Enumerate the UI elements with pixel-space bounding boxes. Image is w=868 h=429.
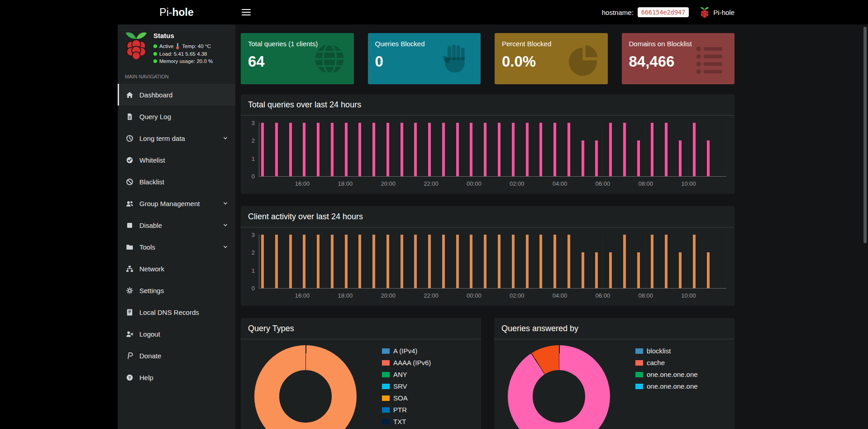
bar	[372, 235, 375, 288]
bar	[707, 140, 710, 176]
x-tick-label: 02:00	[510, 180, 525, 187]
sidebar-item-label: Settings	[139, 287, 164, 294]
clients-bar-chart[interactable]: 3210 16:0018:0020:0022:0000:0002:0004:00…	[246, 235, 726, 301]
bar	[401, 123, 403, 176]
sidebar-item-dashboard[interactable]: Dashboard	[118, 84, 235, 106]
bar	[331, 235, 334, 288]
legend-item[interactable]: PTR	[382, 406, 431, 414]
x-tick-label: 08:00	[638, 180, 653, 187]
x-axis: 16:0018:0020:0022:0000:0002:0004:0006:00…	[259, 288, 726, 300]
bar	[665, 235, 668, 288]
bar	[707, 252, 710, 288]
sidebar-toggle-button[interactable]	[242, 9, 251, 17]
legend-item[interactable]: blocklist	[635, 347, 698, 355]
legend-item[interactable]: SOA	[382, 394, 431, 402]
sidebar-item-whitelist[interactable]: Whitelist	[118, 149, 235, 171]
sidebar-item-blacklist[interactable]: Blacklist	[118, 171, 235, 193]
sidebar-item-help[interactable]: ? Help	[118, 366, 235, 388]
sidebar-menu: Dashboard Query Log Long term data White…	[118, 84, 235, 388]
bar	[358, 123, 361, 176]
gear-icon	[126, 287, 134, 294]
brand-logo-pre: Pi-	[159, 6, 172, 18]
bar	[553, 123, 556, 176]
summary-card-domains-on-blocklist[interactable]: Domains on Blocklist 84,466	[622, 33, 735, 84]
sidebar-item-tools[interactable]: Tools	[118, 236, 235, 258]
bar	[317, 235, 320, 288]
x-tick-label: 02:00	[510, 292, 525, 299]
x-tick-label: 06:00	[596, 180, 610, 187]
chevron-down-icon	[223, 222, 228, 228]
y-axis: 3210	[248, 123, 259, 176]
legend-item[interactable]: SRV	[382, 382, 431, 390]
status-panel: Status Active Temp: 40 °C Load: 5.41 5.6…	[118, 24, 235, 69]
bar	[693, 123, 696, 176]
bar	[401, 235, 403, 288]
summary-card-queries-blocked[interactable]: Queries Blocked 0	[368, 33, 481, 84]
sidebar-item-label: Long term data	[139, 135, 185, 142]
question-circle-icon: ?	[126, 374, 134, 381]
brand-logo[interactable]: Pi-hole	[118, 0, 235, 24]
query-types-donut-chart[interactable]	[254, 345, 357, 429]
bar	[582, 140, 584, 176]
legend-item[interactable]: one.one.one.one	[635, 371, 698, 378]
x-tick-label: 16:00	[295, 292, 310, 299]
legend-item[interactable]: AAAA (IPv6)	[382, 359, 431, 366]
sidebar-item-query-log[interactable]: Query Log	[118, 106, 235, 127]
sidebar-item-logout[interactable]: Logout	[118, 323, 235, 345]
bar-series	[261, 235, 710, 288]
legend-label: A (IPv4)	[393, 347, 417, 355]
sidebar-item-label: Logout	[139, 330, 160, 338]
status-temp-text: Temp: 40 °C	[182, 43, 210, 49]
legend-label: ANY	[393, 371, 407, 378]
sidebar-item-settings[interactable]: Settings	[118, 280, 235, 301]
sidebar-item-network[interactable]: Network	[118, 258, 235, 280]
x-tick-label: 04:00	[553, 292, 568, 299]
queries-answered-by-donut-chart[interactable]	[508, 345, 610, 429]
bar	[568, 235, 570, 288]
donut-panels-row: Query Types A (IPv4)AAAA (IPv6)ANYSRVSOA…	[241, 318, 734, 429]
bar	[498, 235, 501, 288]
bar	[428, 235, 431, 288]
summary-card-percent-blocked[interactable]: Percent Blocked 0.0%	[495, 33, 608, 84]
status-load-text: Load: 5.41 5.65 4.38	[159, 51, 207, 57]
x-tick-label: 22:00	[424, 180, 439, 187]
legend-swatch	[382, 395, 390, 401]
brand-name[interactable]: Pi-hole	[713, 9, 734, 16]
bar	[317, 123, 320, 176]
bar	[386, 123, 389, 176]
y-tick-label: 3	[252, 120, 255, 126]
sidebar-item-local-dns-records[interactable]: Local DNS Records	[118, 301, 235, 323]
legend-swatch	[382, 372, 390, 377]
queries-answered-by-panel: Queries answered by blocklistcacheone.on…	[494, 318, 734, 429]
plot-area	[259, 235, 726, 289]
legend-item[interactable]: ANY	[382, 371, 431, 378]
sidebar-item-donate[interactable]: Donate	[118, 345, 235, 366]
bar	[582, 252, 584, 288]
legend-item[interactable]: cache	[635, 359, 698, 366]
queries-bar-chart[interactable]: 3210 16:0018:0020:0022:0000:0002:0004:00…	[246, 123, 726, 189]
queries-answered-by-legend: blocklistcacheone.one.one.oneone.one.one…	[635, 345, 698, 429]
bar	[498, 123, 501, 176]
donut-hole	[533, 370, 585, 422]
legend-item[interactable]: one.one.one.one	[635, 382, 698, 390]
file-icon	[126, 113, 134, 121]
chevron-down-icon	[223, 135, 228, 141]
legend-item[interactable]: TXT	[382, 418, 431, 425]
pihole-berry-icon	[700, 6, 710, 18]
brand-logo-bold: hole	[172, 6, 193, 18]
bar	[651, 235, 653, 288]
status-line-memory: Memory usage: 20.0 %	[153, 58, 213, 64]
panel-title: Query Types	[241, 318, 481, 339]
sidebar-item-long-term-data[interactable]: Long term data	[118, 127, 235, 149]
sidebar-item-group-management[interactable]: Group Management	[118, 193, 235, 214]
bar	[539, 123, 542, 176]
bar	[442, 123, 445, 176]
scrollbar-thumb[interactable]	[863, 27, 867, 243]
summary-card-total-queries[interactable]: Total queries (1 clients) 64	[241, 33, 354, 84]
legend-swatch	[382, 348, 390, 354]
sidebar-item-disable[interactable]: Disable	[118, 214, 235, 236]
sidebar-item-label: Local DNS Records	[139, 308, 199, 316]
legend-item[interactable]: A (IPv4)	[382, 347, 431, 355]
y-tick-label: 0	[252, 285, 255, 292]
query-types-panel: Query Types A (IPv4)AAAA (IPv6)ANYSRVSOA…	[241, 318, 481, 429]
